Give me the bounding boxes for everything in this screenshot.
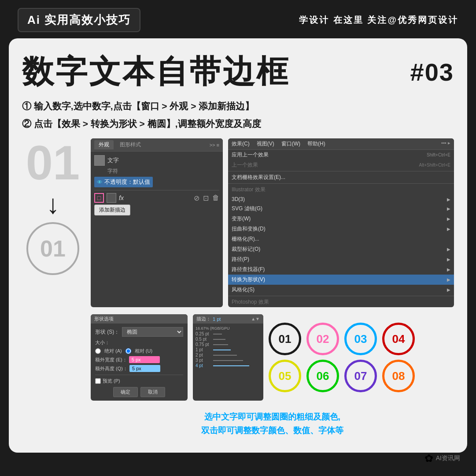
- scale-bar-1: [213, 350, 231, 350]
- effect-stylize[interactable]: 风格化(S) ▶: [228, 285, 454, 295]
- extra-height-label: 额外高度 (Q)：: [95, 365, 128, 372]
- caption-line1: 选中文字即可调整圆圈的粗细及颜色,: [91, 410, 454, 424]
- convert-shape-container: 转换为形状(V) ▶ 矩形(R)... 圆角矩形(D)... 椭圆(E)...: [228, 275, 454, 285]
- scale-line-3: 3 pt: [196, 358, 261, 363]
- title-row: 数字文本自带边框 #03: [22, 51, 454, 93]
- shape-type-row: 形状 (S)： 椭圆 矩形 圆角矩形: [95, 327, 183, 337]
- fill-rect-icon: [107, 193, 116, 203]
- circle-05: 05: [269, 360, 301, 392]
- ok-button[interactable]: 确定: [113, 387, 138, 397]
- last-effect-label: 上一个效果: [232, 161, 258, 169]
- appearance-panel: 外观 图形样式 >> ≡ 文字 字符: [91, 138, 223, 307]
- apply-last-shortcut: Shift+Ctrl+E: [427, 152, 450, 157]
- illustrator-effects-label: Illustrator 效果: [228, 185, 454, 195]
- stroke-arrows[interactable]: ▲▼: [251, 316, 260, 321]
- arrow-pathfinder: ▶: [447, 267, 450, 272]
- circles-row-1: 01020304: [269, 323, 415, 355]
- bottom-row: 形状选项 形状 (S)： 椭圆 矩形 圆角矩形: [91, 314, 454, 401]
- delete-icon[interactable]: ⊘: [194, 194, 199, 202]
- scale-val-075: 0.75 pt: [196, 342, 211, 347]
- shape-panel-header: 形状选项: [91, 314, 188, 324]
- appearance-opacity-highlight: 👁 不透明度：默认值: [94, 177, 153, 187]
- extra-width-input[interactable]: [129, 356, 160, 363]
- fx-icon[interactable]: fx: [119, 194, 124, 201]
- effect-transform[interactable]: 变形(W) ▶: [228, 214, 454, 224]
- effect-crop[interactable]: 裁型标记(O) ▶: [228, 244, 454, 254]
- menu-sep1: [228, 171, 454, 171]
- appearance-panel-content: 文字 字符 👁 不透明度：默认值 □: [91, 152, 223, 219]
- circle-03: 03: [344, 323, 377, 355]
- effect-distort[interactable]: 扭曲和变换(D) ▶: [228, 224, 454, 234]
- arrow-transform: ▶: [447, 216, 450, 221]
- stroke-box-icon: □: [94, 193, 104, 203]
- last-effect[interactable]: 上一个效果 Alt+Shift+Ctrl+E: [228, 160, 454, 170]
- menu-effects[interactable]: 效果(C): [232, 140, 250, 148]
- appearance-text-row: 文字: [94, 155, 219, 166]
- tab-appearance[interactable]: 外观: [94, 140, 114, 149]
- effect-3d[interactable]: 3D(3) ▶: [228, 195, 454, 204]
- extra-height-input[interactable]: [129, 365, 160, 372]
- scale-bar-3: [213, 360, 243, 361]
- scale-val-1: 1 pt: [196, 347, 211, 352]
- shape-panel-title: 形状选项: [94, 316, 114, 321]
- circle-07: 07: [344, 360, 377, 392]
- effect-pathfinder[interactable]: 路径查找器(F) ▶: [228, 264, 454, 275]
- size-label: 大小：: [95, 339, 110, 346]
- stroke-panel-content: 16.67% (RGB/GPU 0.25 pt 0.5 pt: [193, 324, 263, 371]
- arrow-path: ▶: [447, 257, 450, 262]
- cancel-button[interactable]: 取消: [140, 387, 165, 397]
- appearance-char-label: 字符: [94, 167, 219, 175]
- effect-path[interactable]: 路径(P) ▶: [228, 254, 454, 264]
- trash-icon[interactable]: 🗑: [212, 194, 219, 202]
- scale-val-2: 2 pt: [196, 353, 211, 357]
- left-number-col: 01 ↓ 01: [22, 138, 84, 437]
- stroke-panel: 描边： 1 pt ▲▼ 16.67% (RGB/GPU 0.25 pt: [193, 314, 263, 401]
- bottom-right-icons: ⊘ ⊡ 🗑: [194, 194, 219, 202]
- appearance-bottom-bar: □ fx ⊘ ⊡ 🗑: [94, 190, 219, 203]
- color-circles-col: 01020304 05060708: [269, 314, 454, 401]
- scale-val-05: 0.5 pt: [196, 337, 211, 342]
- document-settings[interactable]: 文档栅格效果设置(E)...: [228, 172, 454, 182]
- circle-01: 01: [269, 323, 301, 355]
- effects-panel: 效果(C) 视图(V) 窗口(W) 帮助(H) ▪▪▪ ▸ 应用上一个效果 Sh…: [228, 138, 454, 307]
- main-container: Ai 实用高效小技巧 学设计 在这里 关注@优秀网页设计 数字文本自带边框 #0…: [0, 0, 476, 476]
- photoshop-effects: Photoshop 效果: [228, 297, 454, 307]
- right-col: 外观 图形样式 >> ≡ 文字 字符: [91, 138, 454, 437]
- scale-val-4: 4 pt: [196, 363, 211, 368]
- size-label-row: 大小：: [95, 339, 183, 346]
- menu-help[interactable]: 帮助(H): [307, 140, 325, 148]
- circle-08: 08: [382, 360, 415, 392]
- stroke-percent-label: 16.67% (RGB/GPU: [196, 326, 261, 331]
- menu-view[interactable]: 视图(V): [257, 140, 274, 148]
- shape-select[interactable]: 椭圆 矩形 圆角矩形: [122, 327, 183, 337]
- effect-svg[interactable]: SVG 滤镜(G) ▶: [228, 204, 454, 214]
- effect-rasterize[interactable]: 栅格化(R)...: [228, 234, 454, 244]
- apply-last-label: 应用上一个效果: [232, 151, 269, 159]
- arrow-crop: ▶: [447, 247, 450, 252]
- watermark: ✿ AI资讯网: [424, 452, 460, 465]
- menu-sep3: [228, 296, 454, 296]
- hash-number: #03: [410, 58, 454, 86]
- circle-number-text: 01: [40, 235, 66, 262]
- stroke-value: 1 pt: [213, 316, 221, 322]
- menu-window[interactable]: 窗口(W): [281, 140, 300, 148]
- appearance-opacity-row: 👁 不透明度：默认值: [94, 177, 219, 187]
- arrow-3d: ▶: [447, 197, 450, 202]
- add-stroke-button[interactable]: 添加新描边: [94, 205, 130, 216]
- scale-line-05: 0.5 pt: [196, 337, 261, 342]
- duplicate-icon[interactable]: ⊡: [203, 194, 209, 202]
- radio-abs-label: 绝对 (A): [104, 348, 122, 354]
- preview-checkbox[interactable]: [95, 378, 101, 384]
- radio-rel[interactable]: [125, 348, 131, 354]
- tab-graphic-style[interactable]: 图形样式: [115, 140, 145, 149]
- apply-last-effect[interactable]: 应用上一个效果 Shift+Ctrl+E: [228, 150, 454, 160]
- menu-sep2: [228, 183, 454, 184]
- main-card: 数字文本自带边框 #03 ① 输入数字,选中数字,点击【窗口 > 外观 > 添加…: [9, 38, 467, 453]
- brand-box: Ai 实用高效小技巧: [18, 8, 140, 32]
- content-area: 01 ↓ 01 外观 图形样式 >> ≡: [22, 138, 454, 437]
- effect-convert[interactable]: 转换为形状(V) ▶: [228, 275, 454, 285]
- scale-line-2: 2 pt: [196, 353, 261, 357]
- main-title: 数字文本自带边框: [22, 51, 410, 93]
- appearance-opacity-label: 不透明度：默认值: [104, 178, 150, 186]
- radio-abs[interactable]: [95, 348, 101, 354]
